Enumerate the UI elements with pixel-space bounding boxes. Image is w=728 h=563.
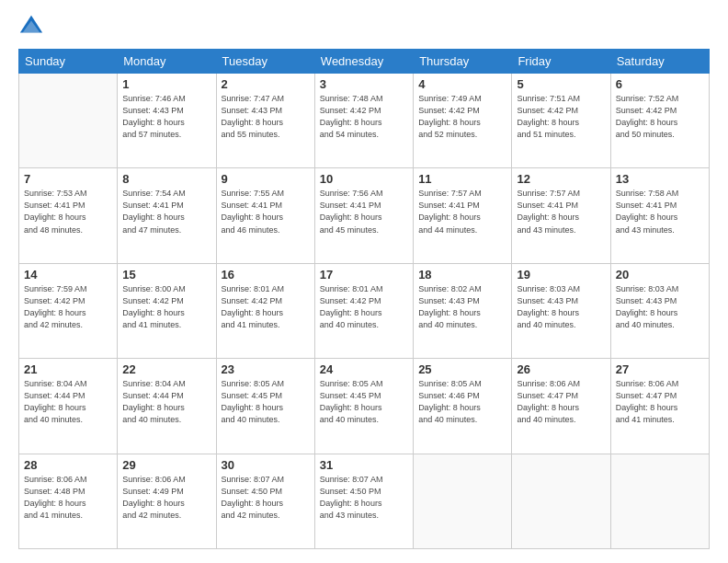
calendar-cell: 21Sunrise: 8:04 AM Sunset: 4:44 PM Dayli…: [19, 359, 118, 454]
calendar-cell: [512, 454, 610, 548]
day-info: Sunrise: 7:57 AM Sunset: 4:41 PM Dayligh…: [517, 188, 605, 236]
calendar-header-row: SundayMondayTuesdayWednesdayThursdayFrid…: [19, 50, 710, 74]
calendar-cell: 24Sunrise: 8:05 AM Sunset: 4:45 PM Dayli…: [314, 359, 413, 454]
day-number: 23: [222, 362, 310, 376]
calendar-header-saturday: Saturday: [610, 50, 709, 74]
day-info: Sunrise: 7:54 AM Sunset: 4:41 PM Dayligh…: [122, 188, 210, 236]
logo: [18, 14, 48, 40]
calendar-cell: 23Sunrise: 8:05 AM Sunset: 4:45 PM Dayli…: [216, 359, 314, 454]
calendar-cell: 27Sunrise: 8:06 AM Sunset: 4:47 PM Dayli…: [610, 359, 709, 454]
calendar-cell: 13Sunrise: 7:58 AM Sunset: 4:41 PM Dayli…: [610, 168, 709, 263]
calendar-header-thursday: Thursday: [414, 50, 512, 74]
day-number: 13: [616, 172, 704, 186]
day-info: Sunrise: 8:07 AM Sunset: 4:50 PM Dayligh…: [320, 474, 408, 522]
calendar-week-4: 28Sunrise: 8:06 AM Sunset: 4:48 PM Dayli…: [19, 454, 710, 548]
day-number: 25: [418, 362, 506, 376]
calendar-week-1: 7Sunrise: 7:53 AM Sunset: 4:41 PM Daylig…: [19, 168, 710, 263]
calendar-cell: 15Sunrise: 8:00 AM Sunset: 4:42 PM Dayli…: [118, 263, 216, 358]
day-info: Sunrise: 7:49 AM Sunset: 4:42 PM Dayligh…: [418, 93, 506, 141]
day-number: 2: [222, 77, 310, 91]
day-number: 22: [122, 362, 210, 376]
day-info: Sunrise: 7:52 AM Sunset: 4:42 PM Dayligh…: [616, 93, 704, 141]
calendar-cell: 5Sunrise: 7:51 AM Sunset: 4:42 PM Daylig…: [512, 74, 610, 168]
calendar-cell: 9Sunrise: 7:55 AM Sunset: 4:41 PM Daylig…: [216, 168, 314, 263]
calendar-cell: [19, 74, 118, 168]
day-info: Sunrise: 8:04 AM Sunset: 4:44 PM Dayligh…: [122, 378, 210, 426]
day-number: 1: [122, 77, 210, 91]
calendar-cell: 18Sunrise: 8:02 AM Sunset: 4:43 PM Dayli…: [414, 263, 512, 358]
day-info: Sunrise: 8:06 AM Sunset: 4:47 PM Dayligh…: [517, 378, 605, 426]
day-info: Sunrise: 8:03 AM Sunset: 4:43 PM Dayligh…: [517, 283, 605, 331]
calendar-cell: 14Sunrise: 7:59 AM Sunset: 4:42 PM Dayli…: [19, 263, 118, 358]
day-info: Sunrise: 8:05 AM Sunset: 4:45 PM Dayligh…: [222, 378, 310, 426]
day-number: 3: [320, 77, 408, 91]
calendar-header-tuesday: Tuesday: [216, 50, 314, 74]
calendar-cell: 10Sunrise: 7:56 AM Sunset: 4:41 PM Dayli…: [314, 168, 413, 263]
calendar-cell: [414, 454, 512, 548]
day-info: Sunrise: 7:56 AM Sunset: 4:41 PM Dayligh…: [320, 188, 408, 236]
day-number: 17: [320, 268, 408, 282]
calendar-cell: 7Sunrise: 7:53 AM Sunset: 4:41 PM Daylig…: [19, 168, 118, 263]
day-info: Sunrise: 8:06 AM Sunset: 4:49 PM Dayligh…: [122, 474, 210, 522]
day-number: 4: [418, 77, 506, 91]
day-number: 26: [517, 362, 605, 376]
day-info: Sunrise: 8:06 AM Sunset: 4:48 PM Dayligh…: [24, 474, 112, 522]
calendar-cell: 8Sunrise: 7:54 AM Sunset: 4:41 PM Daylig…: [118, 168, 216, 263]
calendar-cell: 29Sunrise: 8:06 AM Sunset: 4:49 PM Dayli…: [118, 454, 216, 548]
calendar-cell: 30Sunrise: 8:07 AM Sunset: 4:50 PM Dayli…: [216, 454, 314, 548]
calendar-cell: 12Sunrise: 7:57 AM Sunset: 4:41 PM Dayli…: [512, 168, 610, 263]
day-info: Sunrise: 8:02 AM Sunset: 4:43 PM Dayligh…: [418, 283, 506, 331]
day-info: Sunrise: 7:47 AM Sunset: 4:43 PM Dayligh…: [222, 93, 310, 141]
calendar-header-friday: Friday: [512, 50, 610, 74]
day-info: Sunrise: 8:05 AM Sunset: 4:45 PM Dayligh…: [320, 378, 408, 426]
day-info: Sunrise: 7:53 AM Sunset: 4:41 PM Dayligh…: [24, 188, 112, 236]
calendar-cell: 20Sunrise: 8:03 AM Sunset: 4:43 PM Dayli…: [610, 263, 709, 358]
calendar-week-2: 14Sunrise: 7:59 AM Sunset: 4:42 PM Dayli…: [19, 263, 710, 358]
day-number: 6: [616, 77, 704, 91]
day-number: 9: [222, 172, 310, 186]
calendar-cell: [610, 454, 709, 548]
calendar-table: SundayMondayTuesdayWednesdayThursdayFrid…: [18, 49, 710, 549]
calendar-cell: 26Sunrise: 8:06 AM Sunset: 4:47 PM Dayli…: [512, 359, 610, 454]
day-info: Sunrise: 8:05 AM Sunset: 4:46 PM Dayligh…: [418, 378, 506, 426]
day-number: 7: [24, 172, 112, 186]
day-number: 30: [222, 458, 310, 472]
day-number: 28: [24, 458, 112, 472]
day-number: 14: [24, 268, 112, 282]
calendar-cell: 6Sunrise: 7:52 AM Sunset: 4:42 PM Daylig…: [610, 74, 709, 168]
day-info: Sunrise: 8:04 AM Sunset: 4:44 PM Dayligh…: [24, 378, 112, 426]
day-number: 15: [122, 268, 210, 282]
calendar-cell: 31Sunrise: 8:07 AM Sunset: 4:50 PM Dayli…: [314, 454, 413, 548]
calendar-cell: 11Sunrise: 7:57 AM Sunset: 4:41 PM Dayli…: [414, 168, 512, 263]
calendar-cell: 22Sunrise: 8:04 AM Sunset: 4:44 PM Dayli…: [118, 359, 216, 454]
day-number: 29: [122, 458, 210, 472]
header: [18, 14, 710, 40]
calendar-cell: 1Sunrise: 7:46 AM Sunset: 4:43 PM Daylig…: [118, 74, 216, 168]
day-info: Sunrise: 7:58 AM Sunset: 4:41 PM Dayligh…: [616, 188, 704, 236]
day-info: Sunrise: 8:00 AM Sunset: 4:42 PM Dayligh…: [122, 283, 210, 331]
day-number: 19: [517, 268, 605, 282]
day-number: 24: [320, 362, 408, 376]
day-number: 27: [616, 362, 704, 376]
calendar-cell: 17Sunrise: 8:01 AM Sunset: 4:42 PM Dayli…: [314, 263, 413, 358]
calendar-cell: 19Sunrise: 8:03 AM Sunset: 4:43 PM Dayli…: [512, 263, 610, 358]
day-number: 20: [616, 268, 704, 282]
calendar-header-wednesday: Wednesday: [314, 50, 413, 74]
calendar-cell: 16Sunrise: 8:01 AM Sunset: 4:42 PM Dayli…: [216, 263, 314, 358]
day-number: 10: [320, 172, 408, 186]
logo-icon: [18, 14, 44, 40]
day-info: Sunrise: 7:51 AM Sunset: 4:42 PM Dayligh…: [517, 93, 605, 141]
day-info: Sunrise: 8:03 AM Sunset: 4:43 PM Dayligh…: [616, 283, 704, 331]
day-info: Sunrise: 8:01 AM Sunset: 4:42 PM Dayligh…: [320, 283, 408, 331]
calendar-header-sunday: Sunday: [19, 50, 118, 74]
day-info: Sunrise: 7:57 AM Sunset: 4:41 PM Dayligh…: [418, 188, 506, 236]
calendar-cell: 25Sunrise: 8:05 AM Sunset: 4:46 PM Dayli…: [414, 359, 512, 454]
day-number: 12: [517, 172, 605, 186]
day-info: Sunrise: 7:59 AM Sunset: 4:42 PM Dayligh…: [24, 283, 112, 331]
day-number: 11: [418, 172, 506, 186]
day-info: Sunrise: 8:06 AM Sunset: 4:47 PM Dayligh…: [616, 378, 704, 426]
day-info: Sunrise: 7:46 AM Sunset: 4:43 PM Dayligh…: [122, 93, 210, 141]
day-number: 5: [517, 77, 605, 91]
day-number: 31: [320, 458, 408, 472]
calendar-cell: 28Sunrise: 8:06 AM Sunset: 4:48 PM Dayli…: [19, 454, 118, 548]
